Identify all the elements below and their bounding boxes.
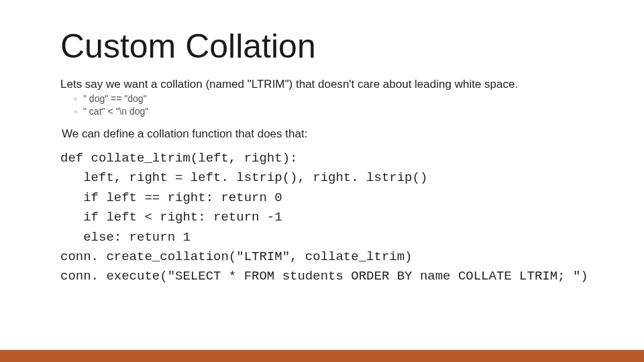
code-block: def collate_ltrim(left, right): left, ri… bbox=[60, 149, 584, 287]
intro-text: Lets say we want a collation (named "LTR… bbox=[60, 78, 584, 91]
slide-title: Custom Collation bbox=[60, 27, 584, 66]
bullet-item: " dog" == "dog" bbox=[74, 93, 584, 105]
example-bullets: " dog" == "dog" " cat" < "\n dog" bbox=[60, 93, 584, 118]
slide: Custom Collation Lets say we want a coll… bbox=[0, 0, 644, 362]
bullet-item: " cat" < "\n dog" bbox=[74, 105, 584, 118]
definition-text: We can define a collation function that … bbox=[62, 127, 584, 141]
accent-bar bbox=[0, 350, 644, 362]
